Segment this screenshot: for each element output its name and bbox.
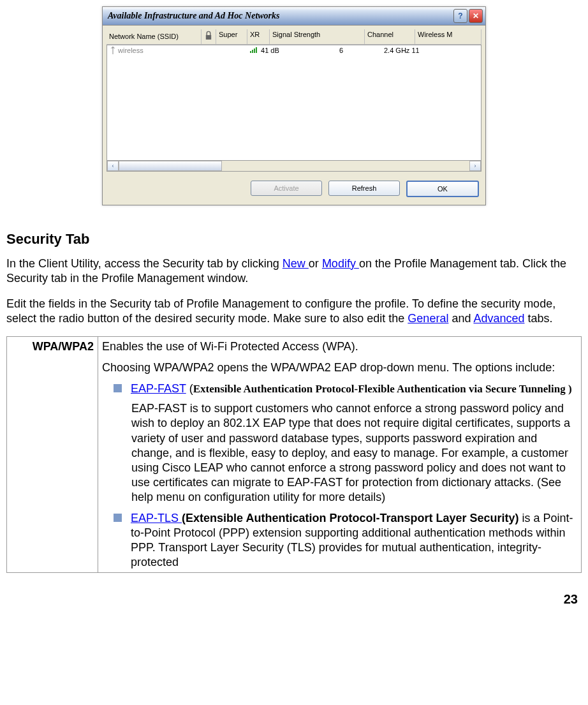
eap-fast-expansion: Extensible Authentication Protocol-Flexi… (193, 383, 572, 395)
row-label: WPA/WPA2 (7, 337, 98, 572)
paragraph-1: In the Client Utility, access the Securi… (6, 256, 582, 286)
close-button[interactable]: ✕ (469, 9, 483, 23)
col-header-xr[interactable]: XR (247, 29, 270, 44)
scroll-thumb[interactable] (119, 161, 222, 171)
networks-list[interactable]: wireless 41 dB 6 2.4 GHz 11 (107, 45, 481, 161)
row-ssid: wireless (118, 47, 143, 54)
page-number: 23 (6, 592, 582, 607)
bullet-eap-fast: EAP-FAST (Extensible Authentication Prot… (102, 382, 577, 396)
dialog-footer: Activate Refresh OK (103, 175, 485, 205)
dialog-titlebar: Available Infrastructure and Ad Hoc Netw… (103, 7, 485, 26)
refresh-button[interactable]: Refresh (328, 181, 400, 196)
row-content: Enables the use of Wi-Fi Protected Acces… (98, 337, 582, 572)
table-row: WPA/WPA2 Enables the use of Wi-Fi Protec… (7, 337, 582, 572)
activate-button: Activate (251, 181, 322, 196)
square-bullet-icon (114, 384, 122, 392)
titlebar-buttons: ? ✕ (453, 9, 483, 23)
security-table: WPA/WPA2 Enables the use of Wi-Fi Protec… (6, 336, 582, 572)
row-wireless: 2.4 GHz 11 (384, 47, 478, 54)
list-header: Network Name (SSID) Super XR Signal Stre… (107, 29, 481, 45)
cell-line-1: Enables the use of Wi-Fi Protected Acces… (102, 339, 577, 354)
row-channel: 6 (339, 47, 384, 54)
col-header-channel[interactable]: Channel (365, 29, 415, 44)
eap-fast-description: EAP-FAST is to support customers who can… (102, 401, 577, 504)
square-bullet-icon (114, 514, 122, 522)
link-advanced[interactable]: Advanced (473, 312, 524, 325)
col-header-super[interactable]: Super (216, 29, 247, 44)
section-heading: Security Tab (6, 231, 582, 248)
scroll-left-button[interactable]: ‹ (107, 161, 119, 171)
row-signal: 41 dB (261, 47, 279, 54)
col-header-ssid[interactable]: Network Name (SSID) (107, 29, 202, 44)
networks-dialog: Available Infrastructure and Ad Hoc Netw… (102, 6, 486, 205)
col-header-lock[interactable] (202, 29, 216, 44)
help-button[interactable]: ? (453, 9, 467, 23)
link-modify[interactable]: Modify (322, 257, 359, 270)
bullet-eap-tls: EAP-TLS (Extensible Authentication Proto… (102, 511, 577, 570)
horizontal-scrollbar[interactable]: ‹ › (107, 161, 481, 172)
cell-line-2: Choosing WPA/WPA2 opens the WPA/WPA2 EAP… (102, 360, 577, 375)
signal-bars-icon (250, 47, 257, 53)
eap-tls-expansion: (Extensible Authentication Protocol-Tran… (182, 512, 518, 524)
col-header-signal[interactable]: Signal Strength (270, 29, 365, 44)
link-new[interactable]: New (283, 257, 309, 270)
link-eap-tls[interactable]: EAP-TLS (131, 512, 182, 524)
paragraph-2: Edit the fields in the Security tab of P… (6, 297, 582, 327)
link-general[interactable]: General (408, 312, 448, 325)
svg-rect-0 (206, 35, 211, 40)
list-item[interactable]: wireless 41 dB 6 2.4 GHz 11 (107, 45, 481, 56)
link-eap-fast[interactable]: EAP-FAST (131, 382, 186, 395)
svg-point-2 (112, 47, 114, 48)
dialog-title: Available Infrastructure and Ad Hoc Netw… (108, 11, 280, 21)
scroll-right-button[interactable]: › (469, 161, 481, 171)
col-header-wireless[interactable]: Wireless M (415, 29, 481, 44)
ok-button[interactable]: OK (406, 181, 479, 197)
lock-icon (204, 31, 213, 41)
antenna-icon (110, 47, 116, 54)
